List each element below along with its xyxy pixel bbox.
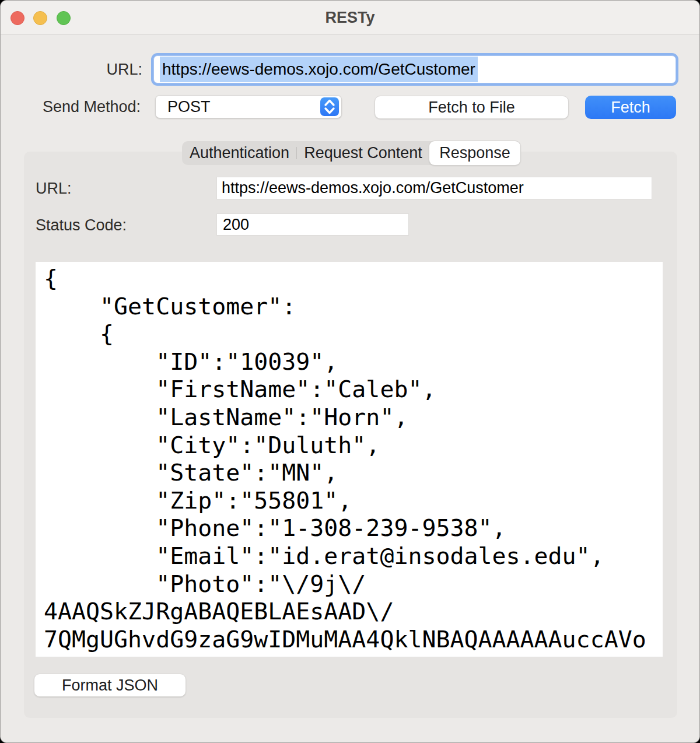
send-method-value: POST — [167, 96, 211, 118]
url-label: URL: — [59, 55, 142, 83]
response-url-label: URL: — [36, 177, 72, 199]
response-body-textarea[interactable]: { "GetCustomer": { "ID":"10039", "FirstN… — [36, 262, 663, 657]
window-title: RESTy — [1, 1, 699, 34]
status-code-field[interactable]: 200 — [216, 213, 409, 236]
url-input[interactable]: https://eews-demos.xojo.com/GetCustomer — [153, 55, 676, 83]
response-url-field[interactable]: https://eews-demos.xojo.com/GetCustomer — [216, 177, 652, 199]
title-bar: RESTy — [1, 1, 699, 35]
tab-authentication[interactable]: Authentication — [182, 141, 297, 165]
tab-bar: Authentication Request Content Response — [182, 141, 520, 165]
send-method-select[interactable]: POST — [155, 95, 342, 118]
popup-stepper-icon — [320, 97, 339, 116]
url-selected-text: https://eews-demos.xojo.com/GetCustomer — [160, 57, 478, 82]
send-method-label: Send Method: — [24, 95, 141, 118]
fetch-button[interactable]: Fetch — [585, 96, 676, 119]
tab-request-content[interactable]: Request Content — [297, 141, 429, 165]
fetch-to-file-button[interactable]: Fetch to File — [374, 96, 569, 119]
tab-response[interactable]: Response — [429, 141, 520, 165]
format-json-button[interactable]: Format JSON — [34, 674, 186, 697]
response-json-text: { "GetCustomer": { "ID":"10039", "FirstN… — [36, 262, 663, 653]
status-code-label: Status Code: — [36, 214, 127, 236]
app-window: RESTy URL: https://eews-demos.xojo.com/G… — [0, 0, 700, 743]
